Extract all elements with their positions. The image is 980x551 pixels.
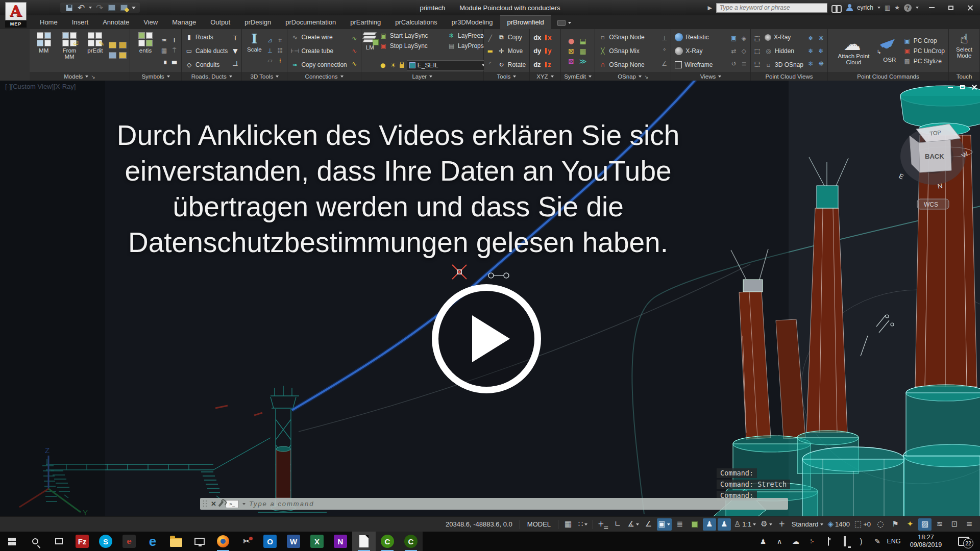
tab-prdocumentation[interactable]: prDocumentation xyxy=(278,16,343,29)
tab-prearthing[interactable]: prEarthing xyxy=(343,16,388,29)
user-menu-caret-icon[interactable] xyxy=(877,7,880,9)
command-line-bar[interactable]: ✕ >_ Type a command xyxy=(200,498,788,510)
dx-button[interactable]: dxx xyxy=(532,32,553,42)
command-prompt-icon[interactable]: >_ xyxy=(226,500,239,508)
model-export-icon[interactable] xyxy=(109,42,116,48)
maximize-button[interactable] xyxy=(941,0,961,15)
panel-header-symbols[interactable]: Symbols xyxy=(130,72,181,81)
pc-density1-icon[interactable]: ❄ xyxy=(807,35,815,42)
panel-header-point-cloud-views[interactable]: Point Cloud Views xyxy=(751,72,827,81)
panel-header-connections[interactable]: Connections xyxy=(287,72,360,81)
pc-cube2-icon[interactable]: ⬚ xyxy=(753,47,761,55)
ribbon-display-icon[interactable] xyxy=(557,20,566,26)
base-icon[interactable]: ▄ xyxy=(170,57,178,64)
copy-button[interactable]: ⧉Copy xyxy=(496,32,527,42)
panel-header-3d-tools[interactable]: 3D Tools xyxy=(242,72,287,81)
pc-cube1-icon[interactable]: ⬚ xyxy=(753,35,761,42)
attach-point-cloud-button[interactable]: Attach Point Cloud xyxy=(830,37,877,65)
securityoptions-button[interactable]: ✦ xyxy=(903,518,917,531)
workspace-caret-icon[interactable] xyxy=(769,523,772,525)
command-customize-icon[interactable] xyxy=(218,500,224,507)
tab-view[interactable]: View xyxy=(136,16,165,29)
symedit-block-icon[interactable]: ⬓ xyxy=(579,37,587,45)
current-standard[interactable]: Standard xyxy=(790,518,825,531)
app-menu-button[interactable]: A MEP xyxy=(4,2,28,29)
drawing-restore-icon[interactable] xyxy=(960,85,965,89)
annotation-scale-button[interactable]: ♙1:1 xyxy=(732,518,758,531)
panel-header-osnap[interactable]: OSnap ↘ xyxy=(595,72,671,81)
roads-button[interactable]: ▮Roads xyxy=(184,32,229,42)
coordinates-display[interactable]: 20348.6, -48883.6, 0.0 xyxy=(442,520,517,528)
tray-expand-icon[interactable]: ∧ xyxy=(772,538,787,545)
object-snap-toggle[interactable]: ▣ xyxy=(657,518,672,531)
panel-header-layer[interactable]: Layer xyxy=(361,72,483,81)
layer-lock-icon[interactable] xyxy=(400,64,404,68)
pc-uncrop-button[interactable]: ▣PC UnCrop xyxy=(902,46,946,56)
tab-prdesign[interactable]: prDesign xyxy=(237,16,278,29)
update-tray-icon[interactable]: ⁞• xyxy=(804,539,820,544)
command-close-icon[interactable]: ✕ xyxy=(211,500,216,508)
people-icon[interactable]: ♟ xyxy=(755,538,771,545)
taskbar-firefox[interactable] xyxy=(211,532,235,551)
pc-3dosnap-button[interactable]: ▫3D OSnap xyxy=(763,60,805,70)
pc-density6-icon[interactable]: ❋ xyxy=(817,60,825,67)
wireframe-button[interactable]: Wireframe xyxy=(673,60,728,70)
panel-header-touch[interactable]: Touch xyxy=(949,72,979,81)
filter-top-icon[interactable]: Ŧ xyxy=(231,35,239,42)
start-laysync-button[interactable]: ▣Start LaySync xyxy=(378,31,446,41)
grid-symbol-icon[interactable]: ▦ xyxy=(160,47,168,54)
create-tube-button[interactable]: ⊦⊣Create tube xyxy=(289,46,348,56)
tab-insert[interactable]: Insert xyxy=(65,16,96,29)
taskbar-search-button[interactable] xyxy=(23,532,47,551)
line-tool-icon[interactable]: ╱ xyxy=(486,35,494,42)
lineweight-toggle[interactable]: ≣ xyxy=(673,518,687,531)
pc-xray-button[interactable]: X-Ray xyxy=(763,32,805,42)
performance-analyzer-button[interactable]: ≋ xyxy=(933,518,946,531)
polar-caret-icon[interactable] xyxy=(636,523,639,525)
action-center-button[interactable]: 22 xyxy=(950,537,977,546)
taskbar-skype[interactable]: S xyxy=(94,532,117,551)
layer-sun-icon[interactable]: ☀ xyxy=(389,62,397,69)
pc-density2-icon[interactable]: ❄ xyxy=(807,47,815,55)
filter-bottom-icon[interactable]: ᆜ xyxy=(231,60,239,67)
batch-plot-button[interactable] xyxy=(119,4,129,12)
isodraft-toggle[interactable]: ∠ xyxy=(642,518,655,531)
entis-button[interactable]: entis xyxy=(132,31,159,71)
taskbar-word[interactable]: W xyxy=(282,532,305,551)
busbar-icon[interactable]: ♒ xyxy=(160,37,168,44)
annotation-visibility-toggle[interactable]: ♟ xyxy=(703,518,716,531)
from-mm-button[interactable]: ⏎ From MM xyxy=(57,31,81,71)
qat-customize-caret-icon[interactable] xyxy=(132,7,136,9)
command-bar-grip[interactable] xyxy=(203,500,207,507)
layer-combo[interactable]: E_SEIL xyxy=(407,60,487,70)
pen-icon[interactable]: ✎ xyxy=(870,538,885,545)
tab-prcalculations[interactable]: prCalculations xyxy=(388,16,444,29)
onedrive-icon[interactable]: ☁ xyxy=(788,538,803,545)
ruler-icon[interactable]: ▬ xyxy=(486,47,494,55)
taskbar-file-explorer[interactable] xyxy=(164,532,188,551)
panel-header-models[interactable]: Models ↘ xyxy=(30,72,130,81)
tab-output[interactable]: Output xyxy=(203,16,237,29)
rotate-button[interactable]: ↻Rotate xyxy=(496,60,527,70)
mm-button[interactable]: MM xyxy=(32,31,56,71)
symedit-arrows-icon[interactable]: ≫ xyxy=(579,57,587,65)
drawing-close-icon[interactable] xyxy=(972,85,977,90)
taskbar-filezilla[interactable]: Fz xyxy=(70,532,94,551)
osr-button[interactable]: OSR xyxy=(879,40,900,63)
taskbar-clock[interactable]: 18:27 09/08/2019 xyxy=(902,534,949,549)
conduits-button[interactable]: ◇Conduits xyxy=(184,60,229,70)
box-view-icon[interactable]: ◇ xyxy=(740,47,748,55)
panel-header-symedit[interactable]: SymEdit xyxy=(561,72,595,81)
polar-tracking-toggle[interactable]: ∡ xyxy=(626,518,640,531)
osnap-none-button[interactable]: ∩OSnap None xyxy=(597,60,658,70)
taskbar-camtasia[interactable]: C xyxy=(376,532,399,551)
panel-header-roads-ducts[interactable]: Roads, Ducts xyxy=(182,72,241,81)
symedit-frame-icon[interactable]: ⊠ xyxy=(567,57,576,65)
tab-pr3dmodeling[interactable]: pr3DModeling xyxy=(445,16,500,29)
polyline-3d-icon[interactable]: ⊿ xyxy=(266,37,274,44)
undo-button[interactable]: ↶ xyxy=(77,4,86,12)
selection-cycling-toggle[interactable] xyxy=(688,518,701,531)
minimize-button[interactable] xyxy=(922,0,941,15)
model-update-icon[interactable] xyxy=(119,52,127,59)
ortho-toggle[interactable]: ∟ xyxy=(611,518,624,531)
